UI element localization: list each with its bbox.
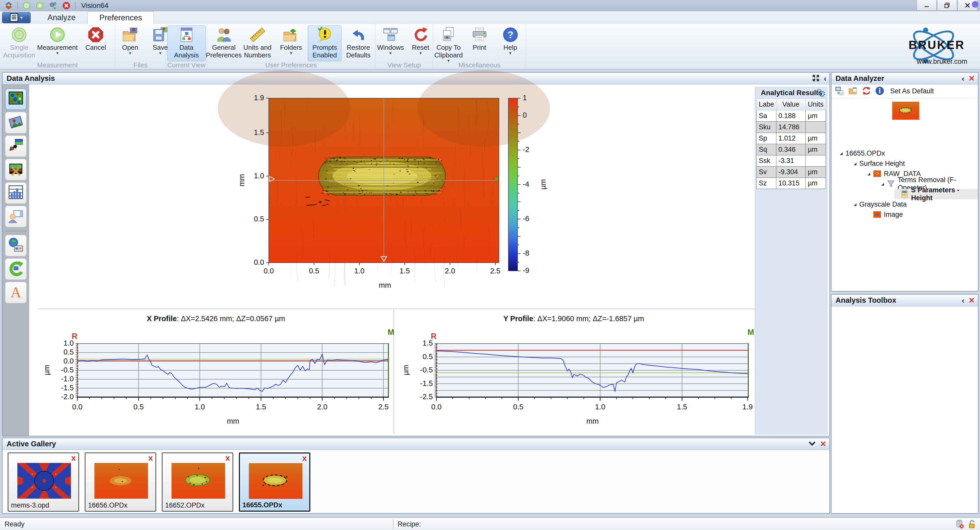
expand-panel-icon[interactable] (812, 74, 820, 83)
results-row[interactable]: Sz10.315µm (757, 178, 826, 189)
results-row[interactable]: Sku14.786 (757, 122, 826, 133)
prompts-enabled-button[interactable]: Prompts Enabled (308, 25, 342, 61)
results-row[interactable]: Sa0.188µm (757, 110, 826, 122)
surface-height-map[interactable] (269, 98, 499, 263)
gallery-item-name: 16655.OPDx (242, 501, 282, 509)
folder-report-icon[interactable] (848, 86, 858, 97)
gallery-item-16656.OPDx[interactable]: x 16656.OPDx (85, 452, 156, 512)
general-preferences-button[interactable]: General Preferences (207, 25, 241, 61)
title-bar: Vision64 (0, 0, 980, 11)
ribbon-tab-row: AnalyzePreferences (0, 11, 980, 24)
restore-defaults-button[interactable]: Restore Defaults (342, 25, 375, 61)
window-title: Vision64 (81, 2, 108, 10)
database-status-icon[interactable] (956, 519, 964, 530)
map-x-tick-label: 0.0 (261, 267, 277, 275)
profile-plot-area[interactable] (77, 344, 389, 397)
results-row[interactable]: Ssk-3.31 (757, 156, 826, 167)
sidebar-view-photo-view[interactable] (5, 112, 27, 133)
results-column-header[interactable]: Value (776, 99, 805, 110)
help-button[interactable]: ? Help▾ (495, 25, 526, 61)
y-profile-chart[interactable]: Y Profile: ΔX=1.9060 mm; ΔZ=-1.6857 µm R… (396, 310, 751, 434)
gallery-item-mems-3.opd[interactable]: x mems-3.opd (8, 452, 79, 512)
single-acquisition-button[interactable]: Single Acquisition (0, 25, 38, 61)
stop-icon[interactable] (62, 1, 71, 10)
copy-to-clipboard-button[interactable]: Copy To Clipboard▾ (433, 25, 464, 61)
tree-node-image[interactable]: Image (867, 209, 903, 220)
print-button[interactable]: Print (464, 25, 495, 61)
close-panel-icon[interactable]: ✕ (820, 440, 826, 448)
profile-y-tick-label: 0.5 (54, 348, 74, 356)
collapse-panel-icon[interactable]: ‹ (962, 75, 964, 83)
info-blue-icon[interactable] (875, 86, 885, 97)
settings-run-icon[interactable] (48, 1, 58, 10)
acquire-icon[interactable] (22, 1, 31, 10)
sidebar-view-heatmap-view[interactable] (5, 89, 27, 110)
tab-analyze[interactable]: Analyze (36, 11, 87, 24)
tree-node-16655-opdx[interactable]: 16655.OPDx (839, 148, 885, 159)
reset-button[interactable]: Reset▾ (406, 25, 436, 61)
set-as-default-button[interactable]: Set As Default (890, 87, 934, 95)
cancel-button[interactable]: Cancel (76, 25, 115, 61)
unlock-status-icon[interactable] (968, 519, 977, 530)
dropdown-arrow-icon: ▾ (419, 51, 422, 55)
profile-plot-area[interactable] (436, 344, 749, 397)
results-column-header[interactable]: Labe (757, 99, 776, 110)
tree-expander-icon[interactable] (839, 151, 843, 156)
image-thumb-icon (873, 210, 881, 219)
sidebar-view-person-report-view[interactable] (5, 206, 27, 227)
tree-node-surface-height[interactable]: Surface Height (853, 159, 905, 168)
dataset-thumbnail[interactable] (892, 101, 919, 122)
status-text: Ready (5, 520, 24, 528)
gallery-item-name: 16652.OPDx (165, 501, 205, 509)
close-item-icon[interactable]: x (148, 454, 153, 462)
results-row[interactable]: Sp1.012µm (757, 133, 826, 144)
tree-expander-icon[interactable] (853, 162, 857, 165)
gallery-thumbnail (172, 463, 225, 500)
tab-preferences[interactable]: Preferences (87, 11, 154, 24)
results-row[interactable]: Sq0.346µm (757, 144, 826, 156)
ribbon-group-label: User Preferences (207, 61, 375, 69)
close-item-icon[interactable]: x (225, 454, 230, 462)
windows-button[interactable]: Windows▾ (375, 25, 406, 61)
close-panel-icon[interactable]: ✕ (969, 297, 975, 304)
printer-icon (471, 26, 488, 43)
tree-expander-icon[interactable] (853, 203, 857, 206)
measurement-button[interactable]: Measurement▾ (38, 25, 76, 61)
application-menu-button[interactable] (2, 12, 30, 23)
collapse-panel-icon[interactable]: ‹ (962, 297, 964, 304)
refresh-red-icon[interactable] (862, 86, 871, 97)
prompt-bubble-icon (316, 26, 333, 43)
x-profile-chart[interactable]: X Profile: ΔX=2.5426 mm; ΔZ=0.0567 µm R … (38, 310, 393, 434)
units-and-numbers-button[interactable]: Units and Numbers (241, 25, 274, 61)
close-panel-icon[interactable]: ✕ (969, 75, 975, 83)
close-item-icon[interactable]: x (71, 454, 76, 462)
close-item-icon[interactable]: x (302, 454, 307, 462)
gallery-item-16652.OPDx[interactable]: x 16652.OPDx (162, 452, 233, 512)
sidebar-view-globe-export[interactable] (5, 235, 27, 256)
results-column-header[interactable]: Units (806, 99, 826, 110)
ribbon-group-label: View Setup (375, 61, 433, 69)
sidebar-view-histogram-view[interactable] (5, 182, 27, 204)
folders-button[interactable]: Folders▾ (274, 25, 308, 61)
export-data-icon[interactable] (835, 86, 845, 97)
run-measurement-icon[interactable] (35, 1, 45, 10)
data-analysis-button[interactable]: Data Analysis (167, 25, 206, 61)
open-button[interactable]: Open▾ (115, 25, 145, 61)
minimize-button[interactable] (917, 0, 937, 11)
restore-button[interactable] (937, 0, 957, 11)
tree-node-grayscale-data[interactable]: Grayscale Data (853, 199, 907, 209)
gallery-item-16655.OPDx[interactable]: x 16655.OPDx (239, 452, 310, 512)
tree-node-s-parameters-height[interactable]: S Parameters - Height (894, 189, 978, 199)
results-settings-gear-icon[interactable] (815, 88, 826, 98)
tree-expander-icon[interactable] (880, 182, 884, 186)
gallery-item-name: mems-3.opd (11, 501, 49, 509)
sidebar-view-annotation-a[interactable]: A (5, 282, 27, 303)
sidebar-view-map-arrow-view[interactable] (5, 135, 27, 157)
sidebar-view-recycle-c[interactable] (5, 259, 27, 280)
tree-expander-icon[interactable] (867, 172, 870, 176)
results-row[interactable]: Sv-9.304µm (757, 167, 826, 178)
collapse-panel-icon[interactable]: ‹ (824, 75, 826, 83)
sidebar-view-map-caliper-view[interactable] (5, 159, 27, 180)
chevron-down-icon[interactable] (808, 440, 816, 448)
ribbon: Single Acquisition Measurement▾ CancelMe… (0, 24, 980, 69)
